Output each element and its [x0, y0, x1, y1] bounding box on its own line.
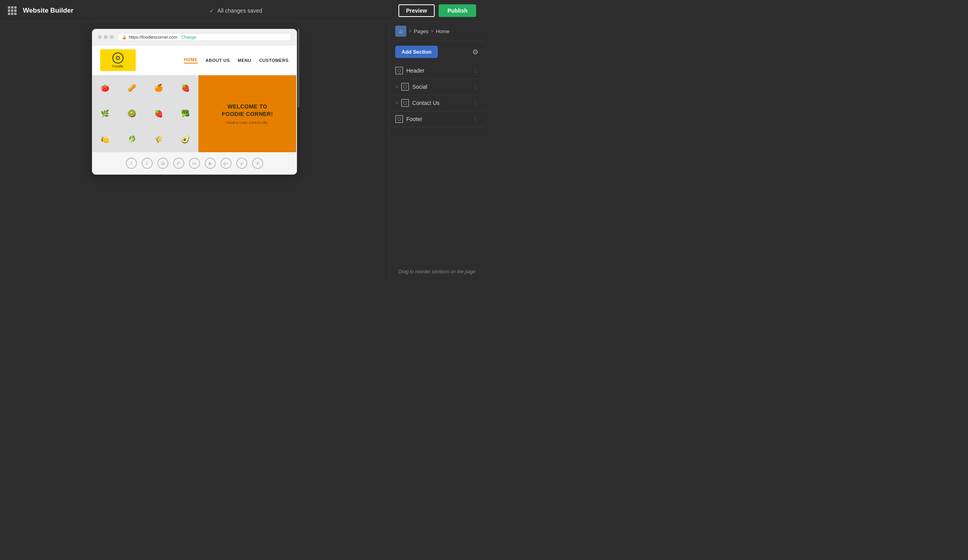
section-icon-social — [401, 83, 409, 91]
section-item-header[interactable]: Header ⋮ — [390, 63, 484, 79]
nav-item-home[interactable]: HOME — [184, 57, 198, 63]
website-content: Foodie HOME ABOUT US MENU CUSTOMERS 🍅 — [92, 45, 297, 174]
section-item-contact[interactable]: ≡ Contact Us ⋮ — [390, 95, 484, 111]
home-button[interactable]: ⌂ — [395, 26, 406, 37]
food-item-3: 🍊 — [146, 75, 172, 101]
topbar-left: Website Builder — [8, 6, 73, 15]
food-item-5: 🌿 — [92, 101, 118, 127]
logo-text: Foodie — [112, 64, 123, 68]
social-youtube[interactable]: ▶ — [205, 158, 216, 169]
hero-title: WELCOME TOFOODIE CORNER! — [222, 103, 273, 117]
drag-handle-contact[interactable]: ≡ — [395, 101, 398, 105]
dot-red — [98, 35, 102, 39]
section-label-social: Social — [412, 84, 469, 90]
social-linkedin[interactable]: in — [189, 158, 200, 169]
breadcrumb-sep-2: > — [431, 28, 434, 34]
publish-button[interactable]: Publish — [439, 4, 476, 17]
topbar-center: ✓ All changes saved — [73, 7, 398, 14]
food-item-2: 🥜 — [119, 75, 145, 101]
nav-item-customers[interactable]: CUSTOMERS — [259, 58, 289, 63]
social-instagram[interactable]: ◎ — [157, 158, 168, 169]
breadcrumb-sep: > — [409, 28, 411, 34]
hero-subtitle: Food is Love. Love is Life. — [227, 121, 268, 125]
breadcrumb-pages[interactable]: Pages — [414, 28, 428, 34]
food-item-7: 🍓 — [146, 101, 172, 127]
sidebar: ⌂ > Pages > Home Add Section ⚙ Header ⋮ … — [389, 22, 484, 280]
food-item-9: 🍋 — [92, 127, 118, 152]
food-item-1: 🍅 — [92, 75, 118, 101]
lock-icon: 🔒 — [122, 35, 127, 39]
scroll-divider[interactable] — [298, 29, 299, 108]
hero-text: WELCOME TOFOODIE CORNER! Food is Love. L… — [198, 75, 297, 152]
hero-section: 🍅 🥜 🍊 🍓 🌿 🥝 🍓 🥦 🍋 🥬 🌾 🥑 — [92, 75, 297, 152]
section-icon-inner — [398, 69, 401, 72]
url-text: https://foodiescorner.com — [129, 35, 178, 39]
change-link[interactable]: Change — [181, 35, 196, 39]
browser-chrome: 🔒 https://foodiescorner.com Change — [92, 29, 297, 45]
food-item-4: 🍓 — [172, 75, 198, 101]
social-yelp[interactable]: y — [236, 158, 247, 169]
hero-image: 🍅 🥜 🍊 🍓 🌿 🥝 🍓 🥦 🍋 🥬 🌾 🥑 — [92, 75, 198, 152]
site-header: Foodie HOME ABOUT US MENU CUSTOMERS — [92, 45, 297, 75]
food-item-10: 🥬 — [119, 127, 145, 152]
grid-icon[interactable] — [8, 6, 17, 15]
address-bar: 🔒 https://foodiescorner.com Change — [118, 33, 291, 41]
section-label-header: Header — [406, 67, 469, 74]
breadcrumb-current: Home — [436, 28, 450, 34]
section-more-footer[interactable]: ⋮ — [472, 116, 478, 122]
section-label-footer: Footer — [406, 116, 469, 122]
food-item-6: 🥝 — [119, 101, 145, 127]
food-item-8: 🥦 — [172, 101, 198, 127]
main-area: 🔒 https://foodiescorner.com Change Foodi… — [0, 22, 484, 280]
save-status: All changes saved — [217, 7, 262, 14]
food-grid: 🍅 🥜 🍊 🍓 🌿 🥝 🍓 🥦 🍋 🥬 🌾 🥑 — [92, 75, 198, 152]
social-facebook[interactable]: f — [126, 158, 137, 169]
topbar: Website Builder ✓ All changes saved Prev… — [0, 0, 484, 22]
topbar-right: Preview Publish — [398, 4, 477, 17]
social-twitter[interactable]: t — [142, 158, 153, 169]
food-item-11: 🌾 — [146, 127, 172, 152]
section-item-social[interactable]: ≡ Social ⋮ — [390, 79, 484, 95]
logo-inner — [116, 56, 120, 60]
app-title: Website Builder — [23, 7, 73, 15]
section-label-contact: Contact Us — [412, 100, 469, 106]
nav-item-about[interactable]: ABOUT US — [206, 58, 230, 63]
settings-button[interactable]: ⚙ — [472, 48, 478, 56]
browser-frame: 🔒 https://foodiescorner.com Change Foodi… — [92, 29, 297, 175]
nav-item-menu[interactable]: MENU — [238, 58, 251, 63]
site-nav: HOME ABOUT US MENU CUSTOMERS — [184, 57, 288, 63]
section-icon-footer — [395, 115, 403, 123]
drag-hint: Drag to reorder sections on the page — [390, 263, 484, 280]
sidebar-breadcrumb: ⌂ > Pages > Home — [390, 22, 484, 41]
section-item-footer[interactable]: Footer ⋮ — [390, 111, 484, 127]
drag-handle-social[interactable]: ≡ — [395, 84, 398, 89]
section-more-social[interactable]: ⋮ — [472, 84, 478, 90]
section-icon-inner-2 — [404, 85, 407, 88]
social-xing[interactable]: ✕ — [252, 158, 263, 169]
sidebar-sections: Header ⋮ ≡ Social ⋮ ≡ Contact Us ⋮ — [390, 61, 484, 263]
section-icon-contact — [401, 99, 409, 107]
canvas-wrapper: 🔒 https://foodiescorner.com Change Foodi… — [0, 22, 389, 280]
social-google[interactable]: g+ — [221, 158, 232, 169]
browser-dots — [98, 35, 114, 39]
logo-circle — [112, 52, 123, 63]
section-more-contact[interactable]: ⋮ — [472, 100, 478, 106]
sidebar-add-section: Add Section ⚙ — [390, 41, 484, 61]
dot-yellow — [104, 35, 108, 39]
add-section-button[interactable]: Add Section — [395, 46, 438, 58]
social-section: f t ◎ P in ▶ g+ y ✕ — [92, 152, 297, 174]
preview-button[interactable]: Preview — [398, 4, 435, 17]
section-icon-inner-3 — [404, 101, 407, 105]
section-icon-header — [395, 67, 403, 75]
section-icon-inner-4 — [398, 118, 401, 121]
food-item-12: 🥑 — [172, 127, 198, 152]
social-pinterest[interactable]: P — [173, 158, 184, 169]
dot-green — [110, 35, 114, 39]
section-more-header[interactable]: ⋮ — [472, 67, 478, 74]
site-logo[interactable]: Foodie — [100, 49, 136, 71]
check-icon: ✓ — [209, 7, 214, 14]
